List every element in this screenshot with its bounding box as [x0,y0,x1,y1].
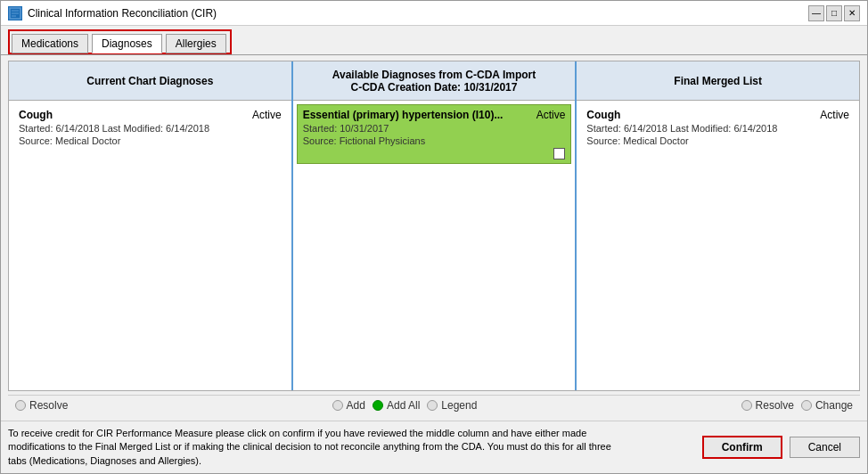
resolve-icon [15,400,26,411]
diagnosis-status: Active [536,109,566,121]
change-button[interactable]: Change [801,399,853,412]
main-content: Current Chart Diagnoses Cough Active Sta… [1,55,867,421]
window-title: Clinical Information Reconciliation (CIR… [28,7,217,20]
add-all-button[interactable]: Add All [373,399,420,412]
tab-group: Medications Diagnoses Allergies [8,29,232,54]
final-column: Final Merged List Cough Active Started: … [577,61,859,390]
diagnosis-status: Active [820,109,849,121]
toolbar-left: Resolve [15,399,68,412]
tab-allergies[interactable]: Allergies [166,34,226,53]
diagnosis-detail-1: Started: 6/14/2018 Last Modified: 6/14/2… [19,123,282,134]
bottom-toolbar: Resolve Add Add All Legend [8,395,860,415]
change-icon [801,400,812,411]
diagnosis-detail-2: Source: Medical Doctor [19,135,282,146]
final-column-header: Final Merged List [577,61,859,101]
final-column-body: Cough Active Started: 6/14/2018 Last Mod… [577,101,859,390]
tab-medications[interactable]: Medications [12,34,88,53]
current-column-body: Cough Active Started: 6/14/2018 Last Mod… [9,101,291,390]
diagnosis-name: Cough [19,109,245,121]
title-bar: Clinical Information Reconciliation (CIR… [1,1,867,26]
available-column: Available Diagnoses from C-CDA Import C-… [293,61,577,390]
columns-area: Current Chart Diagnoses Cough Active Sta… [8,61,860,391]
tab-diagnoses[interactable]: Diagnoses [92,34,162,53]
include-checkbox[interactable] [553,148,565,159]
available-column-header: Available Diagnoses from C-CDA Import C-… [293,61,576,101]
legend-icon [427,400,438,411]
resolve-right-icon [741,400,752,411]
footer-bar: To receive credit for CIR Performance Me… [1,421,867,473]
diagnosis-status: Active [252,109,282,121]
close-button[interactable]: ✕ [844,5,860,21]
list-item: Essential (primary) hypertension (I10)..… [297,104,572,164]
left-resolve-button[interactable]: Resolve [15,399,68,412]
diagnosis-detail-2: Source: Fictional Physicians [303,135,566,146]
add-icon [332,400,343,411]
title-bar-left: Clinical Information Reconciliation (CIR… [8,6,217,20]
current-column-header: Current Chart Diagnoses [9,61,291,101]
tabs-bar: Medications Diagnoses Allergies [1,26,867,55]
window-controls: — □ ✕ [808,5,860,21]
confirm-button[interactable]: Confirm [702,436,782,459]
main-window: Clinical Information Reconciliation (CIR… [0,0,868,474]
available-column-body: Essential (primary) hypertension (I10)..… [293,101,576,390]
diagnosis-detail-2: Source: Medical Doctor [586,135,849,146]
list-item: Cough Active Started: 6/14/2018 Last Mod… [12,104,288,151]
footer-buttons: Confirm Cancel [702,436,860,459]
diagnosis-detail-1: Started: 6/14/2018 Last Modified: 6/14/2… [586,123,849,134]
cancel-button[interactable]: Cancel [790,437,860,458]
add-all-icon [373,400,383,411]
maximize-button[interactable]: □ [826,5,842,21]
diagnosis-name: Cough [586,109,813,121]
list-item: Cough Active Started: 6/14/2018 Last Mod… [580,104,856,151]
diagnosis-name: Essential (primary) hypertension (I10)..… [303,109,529,121]
toolbar-right: Resolve Change [741,399,853,412]
right-resolve-button[interactable]: Resolve [741,399,794,412]
current-column: Current Chart Diagnoses Cough Active Sta… [9,61,293,390]
add-button[interactable]: Add [332,399,365,412]
toolbar-middle: Add Add All Legend [332,399,478,412]
app-icon [8,6,22,20]
diagnosis-detail-1: Started: 10/31/2017 [303,123,566,134]
footer-message: To receive credit for CIR Performance Me… [8,427,614,468]
legend-button[interactable]: Legend [427,399,477,412]
minimize-button[interactable]: — [808,5,824,21]
